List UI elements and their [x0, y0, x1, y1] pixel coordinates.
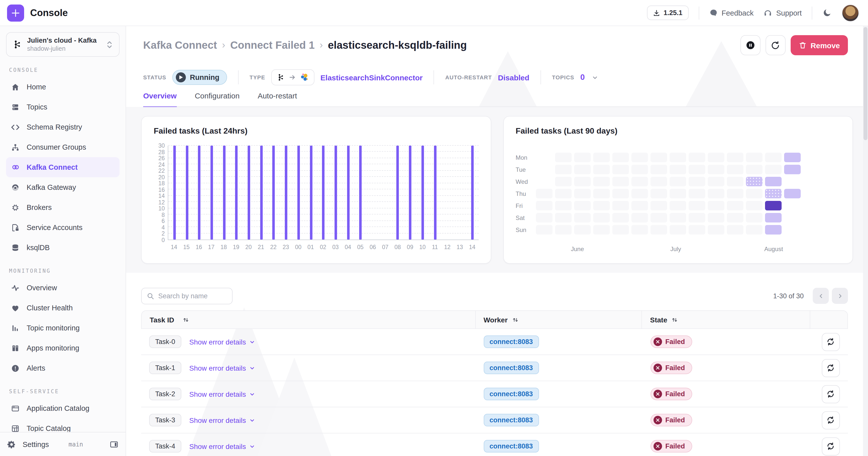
section-label-self-service: SELF-SERVICE	[9, 388, 117, 394]
topics-count: 0	[580, 73, 585, 82]
restart-task-button[interactable]	[822, 411, 840, 429]
page-scrollbar[interactable]	[863, 26, 868, 456]
tab-configuration[interactable]: Configuration	[195, 91, 239, 108]
topics-chevron-down-icon[interactable]	[592, 74, 598, 80]
breadcrumb-item[interactable]: Kafka Connect	[143, 39, 217, 51]
heatmap-cell	[593, 153, 610, 162]
heatmap-cell	[726, 177, 743, 186]
activity-icon	[11, 284, 20, 292]
task-id-badge: Task-3	[149, 414, 181, 426]
heatmap-cell	[650, 165, 667, 174]
connector-type-badge	[271, 69, 314, 86]
restart-icon	[827, 364, 835, 372]
scrollbar-thumb[interactable]	[864, 27, 868, 140]
cluster-selector[interactable]: Julien's cloud - Kafka shadow-julien	[6, 32, 120, 57]
chat-bubble-icon	[709, 8, 718, 17]
sidebar-item-service-accounts[interactable]: Service Accounts	[6, 218, 120, 237]
restart-task-button[interactable]	[822, 359, 840, 377]
sidebar-item-topic-monitoring[interactable]: Topic monitoring	[6, 318, 120, 338]
sidebar-item-brokers[interactable]: Brokers	[6, 197, 120, 218]
refresh-button[interactable]	[765, 35, 785, 55]
task-cell: Task-4Show error details	[141, 440, 475, 453]
pagination-next-button[interactable]	[832, 288, 848, 304]
tab-auto-restart[interactable]: Auto-restart	[258, 91, 297, 108]
heatmap-month-labels: JuneJulyAugust	[536, 246, 840, 255]
remove-label: Remove	[810, 41, 840, 50]
collapse-sidebar-icon[interactable]	[110, 440, 119, 449]
show-error-details-link[interactable]: Show error details	[189, 442, 255, 450]
worker-cell: connect:8083	[475, 440, 642, 453]
sidebar-item-label: Consumer Groups	[27, 143, 86, 151]
heatmap-cell	[612, 213, 629, 223]
failed-tasks-24h-card: Failed tasks (Last 24hrs) 02468101214161…	[141, 116, 491, 264]
breadcrumb-item: elasticsearch-ksqldb-failing	[328, 39, 467, 51]
sidebar-settings-bar[interactable]: Settings main	[0, 432, 126, 456]
remove-button[interactable]: Remove	[790, 35, 848, 55]
chevron-down-icon	[249, 417, 255, 423]
heatmap-cell	[784, 153, 800, 162]
show-error-details-link[interactable]: Show error details	[189, 364, 255, 372]
heatmap-cell	[612, 153, 629, 162]
status-badge: Running	[172, 70, 227, 85]
user-avatar[interactable]	[842, 4, 859, 21]
restart-task-button[interactable]	[822, 385, 840, 403]
tab-overview[interactable]: Overview	[143, 91, 177, 108]
heatmap-cell	[708, 177, 724, 186]
heatmap-day-label: Tue	[516, 166, 536, 173]
sidebar-item-kafka-gateway[interactable]: Kafka Gateway	[6, 177, 120, 197]
heatmap-day-label: Sun	[516, 226, 536, 233]
heatmap-cell	[555, 177, 571, 186]
breadcrumb-item[interactable]: Connect Failed 1	[230, 39, 315, 51]
show-error-details-link[interactable]: Show error details	[189, 338, 255, 346]
sidebar-item-cluster-health[interactable]: Cluster Health	[6, 298, 120, 318]
actions-cell	[810, 411, 848, 429]
sidebar-item-alerts[interactable]: Alerts	[6, 358, 120, 378]
sidebar-item-topics[interactable]: Topics	[6, 97, 120, 117]
heatmap-grid-row	[536, 153, 800, 162]
x-tick-label: 22	[267, 244, 280, 250]
sidebar-item-ksqldb[interactable]: ksqlDB	[6, 237, 120, 258]
restart-icon	[827, 337, 835, 346]
column-header-worker[interactable]: Worker	[475, 311, 642, 328]
show-error-details-link[interactable]: Show error details	[189, 416, 255, 424]
heart-icon	[11, 303, 20, 312]
heatmap-grid-row	[536, 189, 800, 198]
support-button[interactable]: Support	[764, 8, 802, 17]
feedback-button[interactable]: Feedback	[709, 8, 753, 17]
heatmap-cell	[746, 165, 762, 174]
heatmap-cell	[555, 201, 571, 210]
heatmap-cell	[631, 225, 648, 234]
sidebar-item-application-catalog[interactable]: Application Catalog	[6, 398, 120, 418]
heatmap-cell	[688, 153, 705, 162]
pause-connector-button[interactable]	[740, 35, 760, 55]
column-header-state[interactable]: State	[642, 311, 810, 328]
task-cell: Task-1Show error details	[141, 362, 475, 374]
table-row: Task-4Show error detailsconnect:8083Fail…	[141, 433, 848, 456]
heatmap-cell	[555, 189, 571, 198]
heatmap-cell	[746, 177, 762, 186]
heatmap-grid-row	[536, 165, 800, 174]
sidebar-item-label: Topic Catalog	[27, 424, 71, 432]
restart-task-button[interactable]	[822, 437, 840, 455]
sidebar-item-kafka-connect[interactable]: Kafka Connect	[6, 157, 120, 177]
column-header-task-id[interactable]: Task ID	[142, 311, 475, 328]
sidebar-item-schema-registry[interactable]: Schema Registry	[6, 117, 120, 137]
sidebar-item-overview[interactable]: Overview	[6, 278, 120, 298]
y-tick-label: 18	[158, 180, 165, 186]
sidebar-item-consumer-groups[interactable]: Consumer Groups	[6, 137, 120, 157]
show-error-details-link[interactable]: Show error details	[189, 390, 255, 398]
pagination-prev-button[interactable]	[813, 288, 829, 304]
sort-icon	[182, 316, 189, 323]
heatmap-cell	[708, 213, 724, 223]
column-header-label: Worker	[484, 316, 507, 324]
version-button[interactable]: 1.25.1	[647, 5, 688, 20]
chevron-down-icon	[249, 365, 255, 371]
restart-task-button[interactable]	[822, 333, 840, 351]
x-axis-labels: 1415161718192021222300010203040506070809…	[168, 244, 478, 250]
dark-mode-toggle[interactable]	[822, 8, 832, 18]
search-input[interactable]	[158, 292, 227, 299]
sidebar-item-apps-monitoring[interactable]: Apps monitoring	[6, 338, 120, 358]
show-error-details-label: Show error details	[189, 338, 246, 346]
sort-icon	[671, 316, 678, 323]
sidebar-item-home[interactable]: Home	[6, 77, 120, 97]
